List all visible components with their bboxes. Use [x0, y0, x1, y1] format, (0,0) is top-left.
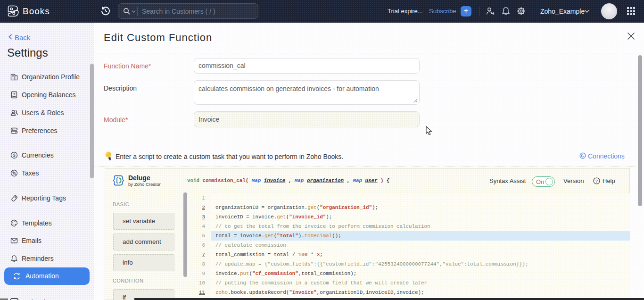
svg-text:?: ? [595, 179, 598, 183]
svg-text:$: $ [13, 153, 15, 158]
